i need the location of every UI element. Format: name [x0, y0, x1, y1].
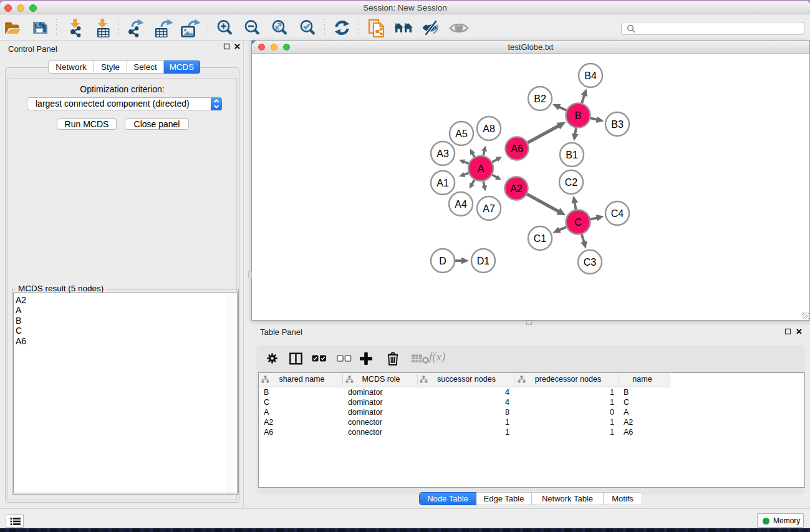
- svg-text:B3: B3: [611, 119, 624, 130]
- svg-text:A4: A4: [455, 199, 467, 210]
- svg-text:D1: D1: [477, 256, 490, 266]
- svg-text:A8: A8: [483, 123, 495, 134]
- svg-text:B4: B4: [584, 70, 597, 81]
- svg-text:C: C: [574, 217, 582, 228]
- svg-text:A3: A3: [436, 148, 449, 159]
- svg-text:C2: C2: [565, 177, 578, 188]
- svg-text:A2: A2: [510, 183, 523, 194]
- svg-text:A: A: [478, 163, 485, 174]
- svg-text:B1: B1: [566, 150, 578, 160]
- svg-text:A6: A6: [511, 143, 523, 154]
- svg-text:A1: A1: [436, 178, 449, 188]
- svg-text:B: B: [575, 110, 582, 121]
- svg-text:A5: A5: [455, 128, 468, 139]
- svg-text:D: D: [439, 256, 446, 266]
- svg-text:C4: C4: [611, 208, 624, 219]
- svg-text:B2: B2: [534, 94, 546, 104]
- svg-text:C1: C1: [534, 233, 547, 244]
- svg-text:C3: C3: [584, 257, 597, 268]
- svg-text:A7: A7: [483, 203, 495, 214]
